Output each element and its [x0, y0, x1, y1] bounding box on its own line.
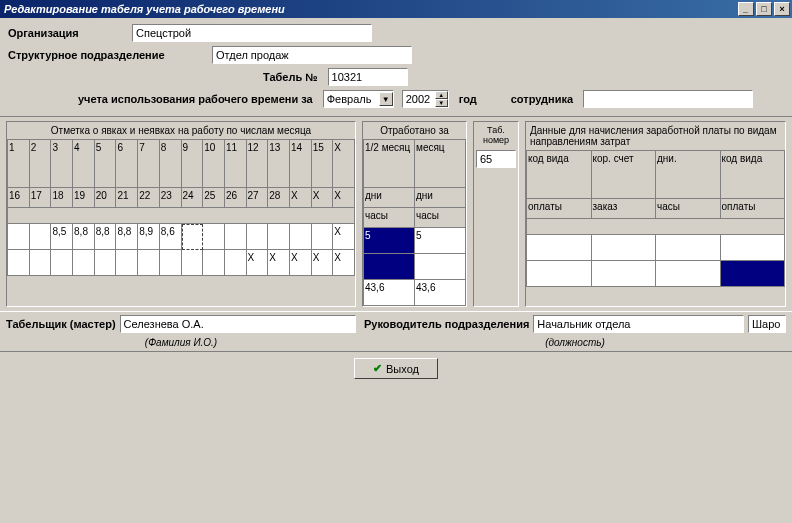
pay-cell[interactable] — [527, 235, 592, 261]
panel-pay-header: Данные для начисления заработной платы п… — [526, 122, 785, 150]
day-header: 3 — [51, 140, 73, 188]
pay-header: часы — [656, 199, 721, 219]
day-header: 14 — [290, 140, 312, 188]
pay-grid[interactable]: код вида кор. счет дни. код вида оплаты … — [526, 150, 785, 287]
pay-cell[interactable] — [721, 235, 786, 261]
worked-cell-selected[interactable]: 5 — [364, 228, 415, 254]
day-header: 18 — [51, 188, 73, 208]
chevron-down-icon[interactable]: ▼ — [379, 92, 393, 106]
mark-cell[interactable] — [268, 224, 290, 250]
extra-input[interactable] — [748, 315, 786, 333]
mark-cell[interactable]: X — [268, 250, 290, 276]
day-header: 21 — [116, 188, 138, 208]
mark-cell[interactable]: X — [247, 250, 269, 276]
worked-header: месяц — [415, 140, 466, 188]
mark-cell[interactable]: 8,8 — [116, 224, 138, 250]
worked-header: 1/2 месяц — [364, 140, 415, 188]
mark-cell[interactable] — [225, 224, 247, 250]
day-header: 24 — [182, 188, 204, 208]
mark-cell[interactable] — [30, 224, 52, 250]
day-header: 26 — [225, 188, 247, 208]
pay-cell[interactable] — [656, 261, 721, 287]
maximize-button[interactable]: □ — [756, 2, 772, 16]
mark-cell[interactable] — [73, 250, 95, 276]
pay-cell[interactable] — [592, 261, 657, 287]
panel-pay: Данные для начисления заработной платы п… — [525, 121, 786, 307]
year-spinner[interactable]: 2002 ▲ ▼ — [402, 90, 449, 108]
mark-cell[interactable] — [160, 250, 182, 276]
worked-cell[interactable]: 43,6 — [364, 280, 415, 306]
mark-cell[interactable] — [225, 250, 247, 276]
pay-header: код вида — [721, 151, 786, 199]
pay-header: оплаты — [721, 199, 786, 219]
mark-cell[interactable] — [116, 250, 138, 276]
mark-cell[interactable]: X — [333, 224, 355, 250]
pay-header: оплаты — [527, 199, 592, 219]
panels-row: Отметка о явках и неявках на работу по ч… — [0, 117, 792, 311]
mark-cell[interactable] — [95, 250, 117, 276]
pay-spacer — [527, 219, 785, 235]
mark-cell[interactable] — [8, 224, 30, 250]
tabel-input[interactable] — [328, 68, 408, 86]
day-header: 12 — [247, 140, 269, 188]
mark-cell[interactable] — [203, 250, 225, 276]
employee-label: сотрудника — [511, 93, 573, 105]
mark-cell[interactable]: X — [290, 250, 312, 276]
tabelchik-input[interactable] — [120, 315, 356, 333]
mark-cell[interactable]: 8,5 — [51, 224, 73, 250]
close-button[interactable]: × — [774, 2, 790, 16]
worked-cell[interactable] — [415, 254, 466, 280]
day-header: 7 — [138, 140, 160, 188]
mark-cell[interactable]: 8,6 — [160, 224, 182, 250]
form-header: Организация Структурное подразделение Та… — [0, 18, 792, 117]
mark-cell[interactable] — [182, 250, 204, 276]
worked-header: дни — [364, 188, 415, 208]
year-suffix: год — [459, 93, 477, 105]
day-header: 27 — [247, 188, 269, 208]
spin-up-icon[interactable]: ▲ — [435, 91, 448, 99]
pay-cell[interactable] — [527, 261, 592, 287]
dept-input[interactable] — [212, 46, 412, 64]
mark-cell[interactable]: X — [312, 250, 334, 276]
day-header: 5 — [95, 140, 117, 188]
mark-cell[interactable] — [138, 250, 160, 276]
mark-cell[interactable] — [51, 250, 73, 276]
mark-cell[interactable]: 8,8 — [95, 224, 117, 250]
worked-cell[interactable]: 43,6 — [415, 280, 466, 306]
tabno-input[interactable] — [476, 150, 516, 168]
pay-cell[interactable] — [656, 235, 721, 261]
window-title: Редактирование табеля учета рабочего вре… — [4, 3, 285, 15]
mark-cell[interactable] — [247, 224, 269, 250]
worked-cell[interactable]: 5 — [415, 228, 466, 254]
worked-grid[interactable]: 1/2 месяц месяц дни дни часы часы 5 5 43… — [363, 139, 466, 306]
mark-cell[interactable] — [8, 250, 30, 276]
day-header: 10 — [203, 140, 225, 188]
tabel-label: Табель № — [263, 71, 318, 83]
mark-cell[interactable] — [290, 224, 312, 250]
pay-cell-selected[interactable] — [721, 261, 786, 287]
hours-header — [8, 208, 355, 224]
day-header: 15 — [312, 140, 334, 188]
ruk-hint: (должность) — [364, 337, 786, 348]
mark-cell[interactable]: X — [333, 250, 355, 276]
mark-cell[interactable] — [203, 224, 225, 250]
pay-cell[interactable] — [592, 235, 657, 261]
titlebar: Редактирование табеля учета рабочего вре… — [0, 0, 792, 18]
minimize-button[interactable]: _ — [738, 2, 754, 16]
worked-cell-selected[interactable] — [364, 254, 415, 280]
mark-cell-cursor[interactable] — [182, 224, 204, 250]
month-select[interactable]: Февраль ▼ — [323, 90, 394, 108]
panel-worked-header: Отработано за — [363, 122, 466, 139]
org-input[interactable] — [132, 24, 372, 42]
employee-input[interactable] — [583, 90, 753, 108]
mark-cell[interactable]: 8,8 — [73, 224, 95, 250]
mark-cell[interactable] — [30, 250, 52, 276]
panel-marks-header: Отметка о явках и неявках на работу по ч… — [7, 122, 355, 139]
mark-cell[interactable]: 8,9 — [138, 224, 160, 250]
exit-button[interactable]: ✔ Выход — [354, 358, 438, 379]
day-header: 13 — [268, 140, 290, 188]
marks-grid[interactable]: 1 2 3 4 5 6 7 8 9 10 11 12 13 14 15 X 16… — [7, 139, 355, 276]
mark-cell[interactable] — [312, 224, 334, 250]
spin-down-icon[interactable]: ▼ — [435, 99, 448, 107]
ruk-input[interactable] — [533, 315, 744, 333]
